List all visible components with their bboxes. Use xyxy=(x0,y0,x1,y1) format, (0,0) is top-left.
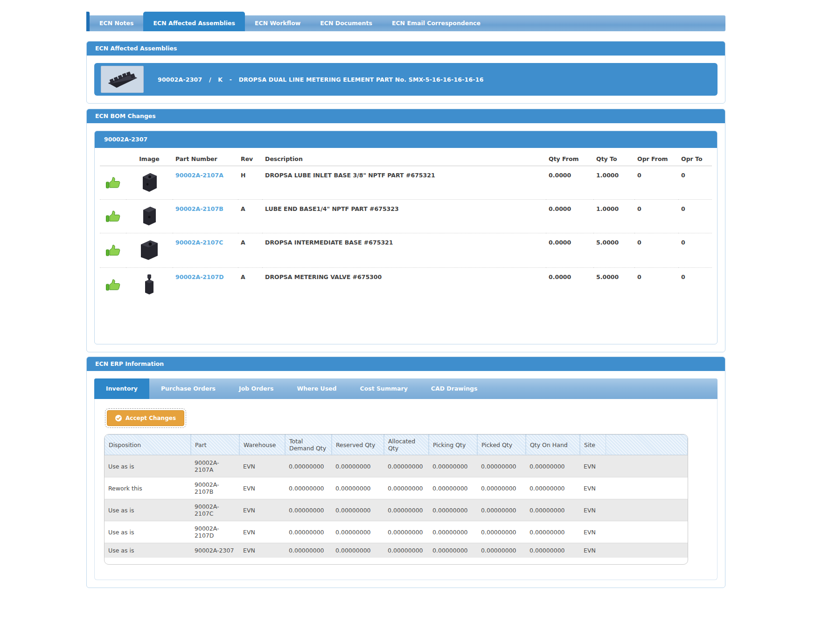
inv-picked-qty: 0.00000000 xyxy=(477,477,526,499)
erp-tab-content: Accept Changes Disposition Part Wareho xyxy=(94,399,718,580)
erp-tab-inventory[interactable]: Inventory xyxy=(94,378,149,399)
bom-row-opr-to: 0 xyxy=(678,268,712,302)
inv-allocated-qty: 0.00000000 xyxy=(384,543,429,558)
inv-col-qty-on-hand[interactable]: Qty On Hand xyxy=(526,434,580,455)
inv-allocated-qty: 0.00000000 xyxy=(384,521,429,543)
bom-col-qty-to: Qty To xyxy=(593,150,634,166)
assembly-title: 90002A-2307 / K - DROPSA DUAL LINE METER… xyxy=(158,76,488,83)
erp-tab-strip: Inventory Purchase Orders Job Orders Whe… xyxy=(94,378,718,399)
inv-total-demand-qty: 0.00000000 xyxy=(285,521,332,543)
affected-assemblies-panel: ECN Affected Assemblies xyxy=(86,41,725,104)
bom-row-rev: A xyxy=(238,268,262,302)
inv-part: 90002A-2107D xyxy=(191,521,239,543)
part-number-link[interactable]: 90002A-2107C xyxy=(175,239,223,246)
inv-allocated-qty: 0.00000000 xyxy=(384,499,429,521)
inv-total-demand-qty: 0.00000000 xyxy=(285,499,332,521)
inv-picked-qty: 0.00000000 xyxy=(477,521,526,543)
inv-reserved-qty: 0.00000000 xyxy=(332,477,384,499)
bom-row-qty-to: 1.0000 xyxy=(593,200,634,233)
inventory-row[interactable]: Use as is 90002A-2107D EVN 0.00000000 0.… xyxy=(104,521,688,543)
thumbs-up-icon[interactable] xyxy=(105,210,120,223)
tab-ecn-affected-assemblies[interactable]: ECN Affected Assemblies xyxy=(143,12,244,31)
inv-site: EVN xyxy=(580,477,606,499)
tab-ecn-email-correspondence[interactable]: ECN Email Correspondence xyxy=(382,15,490,31)
inv-warehouse: EVN xyxy=(239,543,285,558)
inv-filler xyxy=(606,477,688,499)
bom-row-rev: A xyxy=(238,200,262,233)
bom-col-part-number: Part Number xyxy=(173,150,238,166)
inv-site: EVN xyxy=(580,499,606,521)
erp-tab-where-used[interactable]: Where Used xyxy=(285,378,348,399)
assembly-thumbnail xyxy=(101,66,144,93)
inventory-row[interactable]: Use as is 90002A-2107C EVN 0.00000000 0.… xyxy=(104,499,688,521)
bom-row: 90002A-2107B A LUBE END BASE1/4" NPTF PA… xyxy=(100,200,712,233)
inv-col-total-demand-qty[interactable]: Total Demand Qty xyxy=(285,434,332,455)
bom-row-rev: A xyxy=(238,233,262,268)
inv-filler xyxy=(606,543,688,558)
accept-changes-button[interactable]: Accept Changes xyxy=(107,410,184,426)
bom-row-image-cell xyxy=(126,166,173,200)
affected-assemblies-header: ECN Affected Assemblies xyxy=(87,42,725,56)
inv-site: EVN xyxy=(580,521,606,543)
inv-part: 90002A-2107B xyxy=(191,477,239,499)
bom-group-panel: 90002A-2307 Image Part Number Rev Descri… xyxy=(94,131,718,344)
bom-row: 90002A-2107D A DROPSA METERING VALVE #67… xyxy=(100,268,712,302)
thumbs-up-icon[interactable] xyxy=(105,244,120,257)
erp-tab-job-orders[interactable]: Job Orders xyxy=(227,378,285,399)
inv-qty-on-hand: 0.00000000 xyxy=(526,521,580,543)
inv-total-demand-qty: 0.00000000 xyxy=(285,477,332,499)
part-image xyxy=(141,205,157,226)
assembly-image xyxy=(105,69,139,90)
bom-row-qty-from: 0.0000 xyxy=(546,268,593,302)
bom-row-image-cell xyxy=(126,268,173,302)
bom-row-opr-from: 0 xyxy=(634,268,678,302)
thumbs-up-icon[interactable] xyxy=(105,279,120,291)
inv-reserved-qty: 0.00000000 xyxy=(332,499,384,521)
bom-row-qty-to: 5.0000 xyxy=(593,233,634,268)
bom-changes-header: ECN BOM Changes xyxy=(87,109,725,123)
assembly-separator: / xyxy=(209,76,211,83)
bom-row-qty-from: 0.0000 xyxy=(546,166,593,200)
inv-part: 90002A-2107A xyxy=(191,455,239,477)
bom-col-image: Image xyxy=(126,150,173,166)
inv-col-reserved-qty[interactable]: Reserved Qty xyxy=(332,434,384,455)
bom-col-opr-to: Opr To xyxy=(678,150,712,166)
bom-row-status-cell xyxy=(100,200,126,233)
bom-col-description: Description xyxy=(262,150,546,166)
inv-allocated-qty: 0.00000000 xyxy=(384,477,429,499)
inv-col-picked-qty[interactable]: Picked Qty xyxy=(477,434,526,455)
inventory-row[interactable]: Rework this 90002A-2107B EVN 0.00000000 … xyxy=(104,477,688,499)
inv-disposition: Use as is xyxy=(104,499,191,521)
inv-qty-on-hand: 0.00000000 xyxy=(526,499,580,521)
inv-col-part[interactable]: Part xyxy=(191,434,239,455)
inventory-row[interactable]: Use as is 90002A-2107A EVN 0.00000000 0.… xyxy=(104,455,688,477)
inv-picking-qty: 0.00000000 xyxy=(429,499,477,521)
bom-col-qty-from: Qty From xyxy=(546,150,593,166)
part-number-link[interactable]: 90002A-2107D xyxy=(175,273,224,280)
inv-site: EVN xyxy=(580,455,606,477)
top-tab-bar: ECN Notes ECN Affected Assemblies ECN Wo… xyxy=(86,15,725,31)
inv-col-warehouse[interactable]: Warehouse xyxy=(239,434,285,455)
bom-col-rev: Rev xyxy=(238,150,262,166)
inv-col-allocated-qty[interactable]: Allocated Qty xyxy=(384,434,429,455)
assembly-rev: K xyxy=(218,76,223,83)
inv-disposition: Use as is xyxy=(104,543,191,558)
thumbs-up-icon[interactable] xyxy=(105,176,120,189)
bom-changes-panel: ECN BOM Changes 90002A-2307 Image Part N… xyxy=(86,109,725,352)
assembly-separator-2: - xyxy=(230,76,232,83)
tab-ecn-workflow[interactable]: ECN Workflow xyxy=(245,15,310,31)
tab-ecn-notes[interactable]: ECN Notes xyxy=(90,15,143,31)
erp-tab-cad-drawings[interactable]: CAD Drawings xyxy=(419,378,489,399)
inv-col-picking-qty[interactable]: Picking Qty xyxy=(429,434,477,455)
tab-ecn-documents[interactable]: ECN Documents xyxy=(310,15,382,31)
inv-col-site[interactable]: Site xyxy=(580,434,606,455)
erp-tab-purchase-orders[interactable]: Purchase Orders xyxy=(149,378,227,399)
part-number-link[interactable]: 90002A-2107B xyxy=(175,205,223,212)
inv-col-disposition[interactable]: Disposition xyxy=(104,434,191,455)
bom-row-description: DROPSA METERING VALVE #675300 xyxy=(262,268,546,302)
inv-reserved-qty: 0.00000000 xyxy=(332,543,384,558)
inventory-row[interactable]: Use as is 90002A-2307 EVN 0.00000000 0.0… xyxy=(104,543,688,558)
bom-row-description: DROPSA INTERMEDIATE BASE #675321 xyxy=(262,233,546,268)
part-number-link[interactable]: 90002A-2107A xyxy=(175,172,223,179)
erp-tab-cost-summary[interactable]: Cost Summary xyxy=(348,378,419,399)
